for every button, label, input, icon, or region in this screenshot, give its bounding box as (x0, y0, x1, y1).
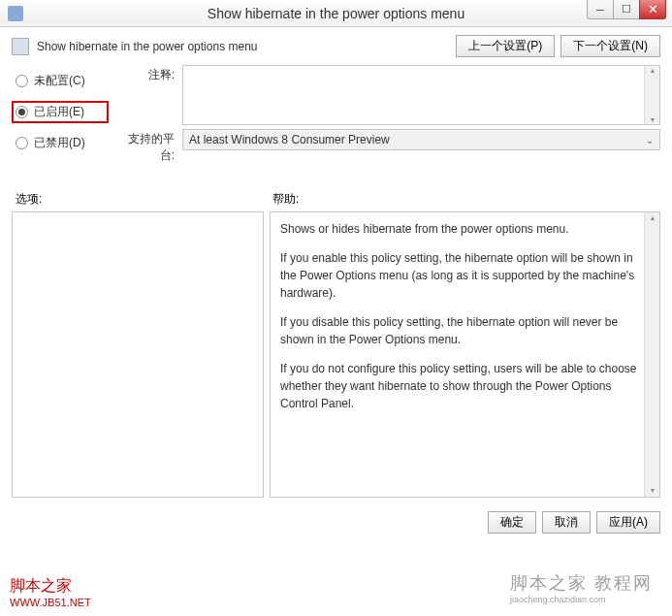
policy-icon (12, 38, 29, 55)
help-paragraph: If you do not configure this policy sett… (280, 360, 638, 412)
radio-not-configured[interactable]: 未配置(C) (12, 71, 109, 91)
window-minimize-button[interactable]: ─ (587, 0, 614, 19)
radio-label: 已禁用(D) (34, 135, 85, 151)
comment-label: 注释: (116, 65, 175, 125)
radio-label: 已启用(E) (34, 104, 84, 120)
window-title: Show hibernate in the power options menu (0, 6, 672, 21)
help-paragraph: If you disable this policy setting, the … (280, 313, 638, 348)
radio-disabled[interactable]: 已禁用(D) (12, 133, 109, 153)
cancel-button[interactable]: 取消 (542, 511, 591, 534)
comment-textarea[interactable]: ▴▾ (182, 65, 660, 125)
radio-icon (16, 106, 28, 118)
help-panel: Shows or hides hibernate from the power … (270, 211, 660, 498)
policy-title: Show hibernate in the power options menu (37, 40, 448, 53)
watermark-left: 脚本之家 WWW.JB51.NET (10, 576, 91, 608)
platform-value: At least Windows 8 Consumer Preview (189, 133, 390, 146)
help-paragraph: Shows or hides hibernate from the power … (280, 220, 638, 238)
scrollbar[interactable]: ▴▾ (644, 212, 659, 497)
ok-button[interactable]: 确定 (488, 511, 536, 534)
radio-label: 未配置(C) (34, 73, 85, 89)
help-section-label: 帮助: (269, 191, 299, 208)
previous-setting-button[interactable]: 上一个设置(P) (456, 35, 555, 57)
watermark-right: 脚本之家 教程网 jiaocheng.chazidian.com (510, 571, 653, 604)
next-setting-button[interactable]: 下一个设置(N) (560, 35, 660, 57)
options-section-label: 选项: (12, 191, 269, 208)
help-paragraph: If you enable this policy setting, the h… (280, 249, 638, 302)
window-close-button[interactable]: ✕ (639, 0, 666, 19)
radio-icon (16, 75, 28, 87)
radio-enabled[interactable]: 已启用(E) (12, 101, 109, 123)
radio-icon (16, 137, 28, 149)
options-panel (12, 211, 264, 498)
chevron-down-icon: ⌄ (646, 135, 654, 146)
platform-label: 支持的平台: (116, 129, 175, 164)
window-maximize-button[interactable]: ☐ (613, 0, 640, 19)
scrollbar[interactable]: ▴▾ (644, 66, 659, 124)
apply-button[interactable]: 应用(A) (596, 511, 660, 534)
supported-platform-dropdown[interactable]: At least Windows 8 Consumer Preview ⌄ (182, 129, 660, 150)
